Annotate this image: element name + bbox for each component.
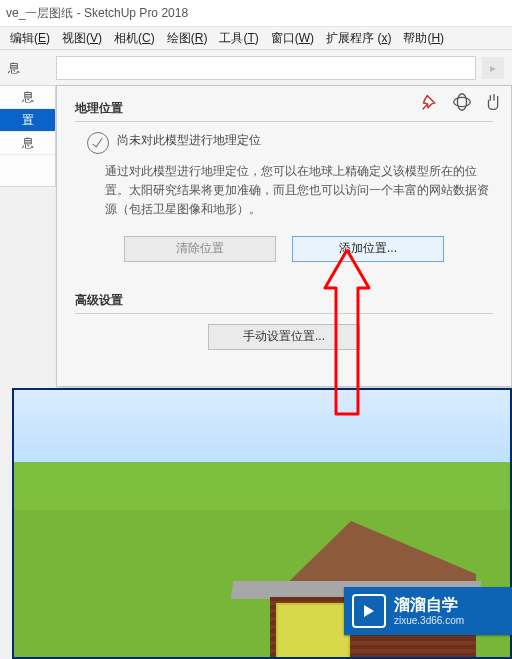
menu-bar: 编辑(E) 视图(V) 相机(C) 绘图(R) 工具(T) 窗口(W) 扩展程序… [0, 27, 512, 50]
menu-draw[interactable]: 绘图(R) [161, 28, 214, 49]
left-tab-1[interactable]: 置 [0, 109, 55, 132]
menu-edit[interactable]: 编辑(E) [4, 28, 56, 49]
watermark-badge: 溜溜自学 zixue.3d66.com [344, 587, 512, 635]
play-icon [352, 594, 386, 628]
manual-location-button[interactable]: 手动设置位置... [208, 324, 360, 350]
geo-pin-icon [87, 132, 109, 154]
add-location-button[interactable]: 添加位置... [292, 236, 444, 262]
left-tab-2[interactable]: 息 [0, 132, 55, 155]
menu-tools[interactable]: 工具(T) [213, 28, 264, 49]
clear-location-button[interactable]: 清除位置 [124, 236, 276, 262]
pan-icon[interactable] [482, 90, 506, 114]
svg-point-0 [454, 97, 471, 106]
info-strip-label: 息 [8, 60, 56, 77]
geo-status-text: 尚未对此模型进行地理定位 [117, 132, 261, 149]
menu-view[interactable]: 视图(V) [56, 28, 108, 49]
pushpin-icon[interactable] [418, 90, 442, 114]
view-tools [418, 90, 506, 114]
menu-window[interactable]: 窗口(W) [265, 28, 320, 49]
window-title: ve_一层图纸 - SketchUp Pro 2018 [0, 0, 512, 27]
geo-description: 通过对此模型进行地理定位，您可以在地球上精确定义该模型所在的位置。太阳研究结果将… [105, 162, 489, 220]
badge-title: 溜溜自学 [394, 595, 464, 614]
badge-sub: zixue.3d66.com [394, 615, 464, 627]
left-tab-0[interactable]: 息 [0, 86, 55, 109]
model-info-dialog: 地理位置 尚未对此模型进行地理定位 通过对此模型进行地理定位，您可以在地球上精确… [56, 85, 512, 387]
menu-extensions[interactable]: 扩展程序 (x) [320, 28, 397, 49]
menu-help[interactable]: 帮助(H) [397, 28, 450, 49]
search-input[interactable] [56, 56, 476, 80]
info-strip: 息 ▸ [0, 50, 512, 87]
orbit-icon[interactable] [450, 90, 474, 114]
sky [14, 390, 510, 510]
svg-point-1 [457, 94, 466, 111]
menu-camera[interactable]: 相机(C) [108, 28, 161, 49]
search-go-button[interactable]: ▸ [482, 57, 504, 79]
search-icon: ▸ [490, 61, 496, 75]
left-tabs: 息 置 息 [0, 85, 56, 187]
section-advanced-header: 高级设置 [75, 292, 493, 314]
